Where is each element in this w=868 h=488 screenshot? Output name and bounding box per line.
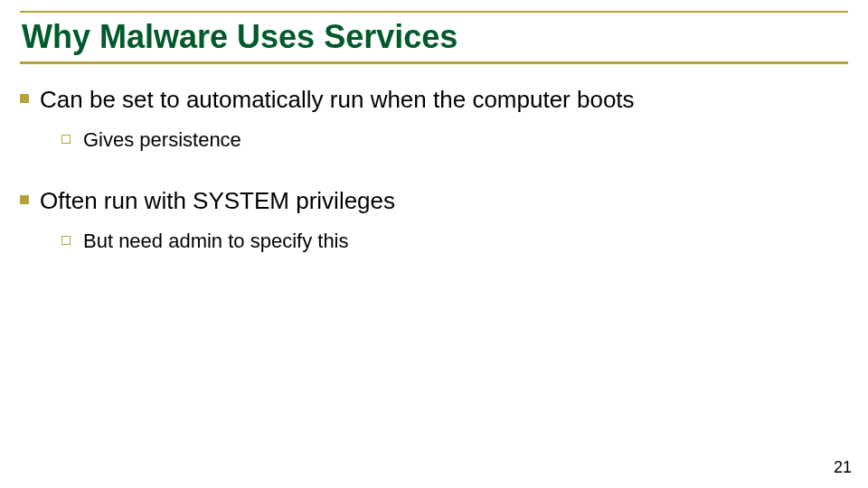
- page-number: 21: [834, 458, 852, 477]
- bullet-text: Often run with SYSTEM privileges: [40, 186, 395, 216]
- bullet-level1: Often run with SYSTEM privileges: [20, 186, 848, 216]
- bullet-level2: But need admin to specify this: [61, 229, 848, 254]
- top-rule: [20, 11, 848, 13]
- bullet-level1: Can be set to automatically run when the…: [20, 85, 848, 115]
- title-underline: [20, 61, 848, 64]
- slide: Why Malware Uses Services Can be set to …: [0, 0, 868, 488]
- subbullet-text: Gives persistence: [83, 127, 241, 153]
- bullet-text: Can be set to automatically run when the…: [40, 85, 635, 115]
- bullet-level2: Gives persistence: [61, 127, 848, 153]
- subbullet-text: But need admin to specify this: [83, 229, 349, 254]
- square-bullet-icon: [20, 195, 29, 204]
- slide-content: Can be set to automatically run when the…: [20, 85, 848, 287]
- hollow-square-icon: [61, 236, 71, 245]
- hollow-square-icon: [61, 135, 71, 144]
- square-bullet-icon: [20, 94, 29, 103]
- slide-title: Why Malware Uses Services: [22, 18, 458, 56]
